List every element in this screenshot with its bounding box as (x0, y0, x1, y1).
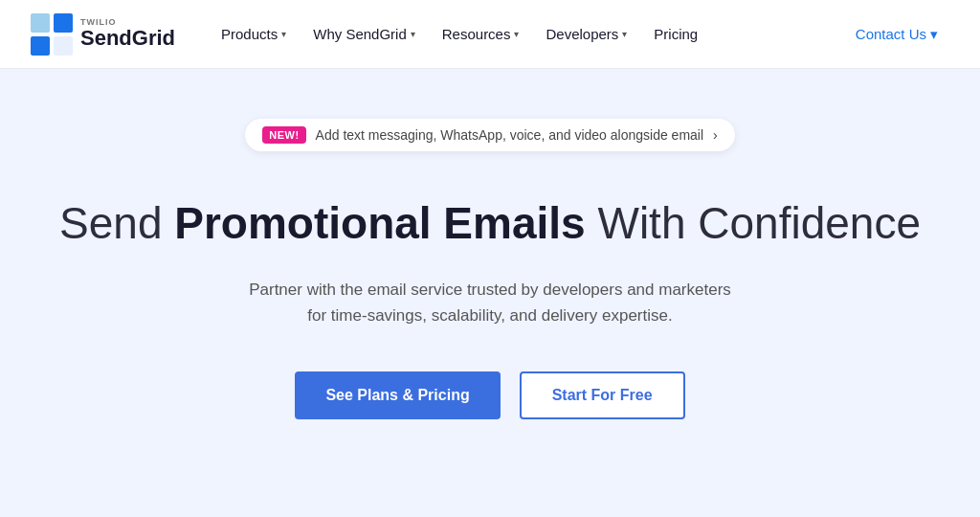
chevron-down-icon: ▾ (281, 29, 286, 39)
start-for-free-button[interactable]: Start For Free (520, 371, 685, 419)
hero-heading: Send Promotional Emails With Confidence (59, 197, 921, 250)
hero-buttons: See Plans & Pricing Start For Free (295, 371, 684, 419)
new-banner[interactable]: NEW! Add text messaging, WhatsApp, voice… (245, 119, 734, 151)
nav-products-label: Products (221, 26, 278, 42)
logo-text: TWILIO SendGrid (80, 18, 175, 50)
sendgrid-logo-icon (31, 13, 73, 56)
nav-links: Products ▾ Why SendGrid ▾ Resources ▾ De… (210, 18, 844, 50)
nav-developers-label: Developers (546, 26, 618, 42)
svg-rect-2 (31, 36, 50, 56)
nav-item-pricing[interactable]: Pricing (642, 18, 709, 50)
nav-why-label: Why SendGrid (313, 26, 407, 42)
navbar: TWILIO SendGrid Products ▾ Why SendGrid … (0, 0, 980, 69)
hero-heading-part2: With Confidence (586, 198, 921, 248)
nav-item-resources[interactable]: Resources ▾ (431, 18, 531, 50)
chevron-down-icon: ▾ (514, 29, 519, 39)
nav-resources-label: Resources (442, 26, 511, 42)
hero-section: NEW! Add text messaging, WhatsApp, voice… (0, 69, 980, 517)
chevron-down-icon: ▾ (411, 29, 415, 39)
banner-arrow: › (713, 127, 718, 143)
svg-rect-0 (31, 13, 50, 33)
banner-text: Add text messaging, WhatsApp, voice, and… (316, 127, 703, 143)
nav-item-developers[interactable]: Developers ▾ (534, 18, 638, 50)
hero-subtext: Partner with the email service trusted b… (249, 277, 731, 328)
hero-heading-part1: Send (59, 198, 174, 248)
nav-item-why-sendgrid[interactable]: Why SendGrid ▾ (301, 18, 427, 50)
hero-heading-bold: Promotional Emails (174, 198, 585, 248)
chevron-down-icon: ▾ (622, 29, 627, 39)
new-badge: NEW! (262, 126, 305, 144)
nav-contact-us[interactable]: Contact Us ▾ (844, 18, 949, 51)
chevron-down-icon: ▾ (930, 26, 938, 43)
nav-item-products[interactable]: Products ▾ (210, 18, 298, 50)
svg-rect-1 (54, 13, 73, 33)
svg-rect-3 (54, 36, 73, 56)
logo[interactable]: TWILIO SendGrid (31, 13, 175, 56)
see-plans-pricing-button[interactable]: See Plans & Pricing (295, 371, 500, 419)
